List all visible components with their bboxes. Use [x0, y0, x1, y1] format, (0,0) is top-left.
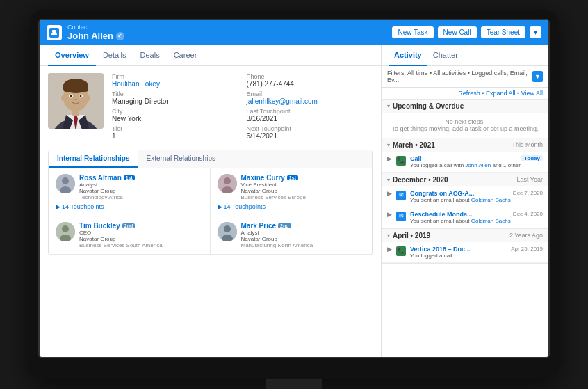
tier-field: Tier 1	[112, 125, 238, 140]
last-touchpoint-field: Last Touchpoint 3/16/2021	[247, 108, 373, 122]
relationships-section: Internal Relationships External Relation…	[48, 150, 373, 255]
tabs: Overview Details Deals Career	[40, 45, 381, 66]
svg-rect-0	[52, 30, 56, 33]
expand-icon: ▶	[387, 155, 392, 168]
list-item[interactable]: ▶ ✉ Reschedule Monda... Dec 4, 2020 You …	[382, 207, 548, 228]
tab-chatter[interactable]: Chatter	[427, 45, 464, 66]
tab-career[interactable]: Career	[167, 45, 204, 66]
info-grid: Firm Houlihan Lokey Phone (781) 277-4744…	[112, 73, 373, 140]
avatar	[48, 73, 104, 129]
verified-icon: ✓	[116, 32, 124, 40]
list-item[interactable]: ▶ ✉ Congrats on ACG-A... Dec 7, 2020 You…	[382, 186, 548, 207]
no-steps-text: No next steps.To get things moving, add …	[382, 113, 548, 138]
touchpoints-link[interactable]: ▶ 14 Touchpoints	[56, 203, 203, 210]
main-content: Overview Details Deals Career	[40, 45, 548, 357]
activity-section-april: ▾ April • 2019 2 Years Ago ▶ 📞 Vertica 2…	[382, 229, 548, 264]
svg-rect-1	[51, 33, 57, 35]
svg-point-17	[86, 95, 90, 101]
list-item[interactable]: ▶ 📞 Vertica 2018 – Doc... Apr 25, 2019 Y…	[382, 242, 548, 263]
top-bar: Contact John Allen ✓ New Task New Call T…	[40, 20, 548, 45]
tab-internal-relationships[interactable]: Internal Relationships	[49, 150, 138, 168]
expand-icon: ▶	[387, 190, 392, 203]
call-icon: 📞	[396, 246, 406, 256]
svg-point-15	[80, 95, 82, 97]
list-item: Ross Altman 1st Analyst Navatar Group Te…	[49, 168, 211, 216]
chevron-icon: ▾	[387, 103, 390, 109]
city-field: City New York	[112, 108, 238, 122]
avatar	[218, 174, 237, 193]
contact-icon	[47, 25, 62, 40]
activity-section-december: ▾ December • 2020 Last Year ▶ ✉ Congrats…	[382, 173, 548, 229]
tab-deals[interactable]: Deals	[133, 45, 167, 66]
chevron-icon: ▾	[387, 177, 390, 183]
section-header-december[interactable]: ▾ December • 2020 Last Year	[382, 173, 548, 186]
overview-content: Firm Houlihan Lokey Phone (781) 277-4744…	[40, 66, 381, 262]
svg-point-14	[70, 95, 72, 97]
call-icon: 📞	[396, 156, 406, 166]
contact-name: John Allen ✓	[67, 31, 124, 41]
expand-icon: ▶	[387, 246, 392, 259]
svg-point-28	[224, 225, 231, 232]
section-header-april[interactable]: ▾ April • 2019 2 Years Ago	[382, 229, 548, 242]
dropdown-button[interactable]: ▾	[530, 26, 541, 38]
avatar	[56, 222, 75, 241]
monitor: Contact John Allen ✓ New Task New Call T…	[30, 10, 558, 379]
activity-list: ▾ Upcoming & Overdue No next steps.To ge…	[382, 100, 548, 357]
avatar	[218, 222, 237, 241]
svg-point-22	[224, 177, 231, 184]
new-task-button[interactable]: New Task	[392, 26, 433, 38]
activity-tabs: Activity Chatter	[382, 45, 548, 66]
relationships-grid: Ross Altman 1st Analyst Navatar Group Te…	[49, 168, 372, 255]
section-header-upcoming[interactable]: ▾ Upcoming & Overdue	[382, 100, 548, 113]
title-field: Title Managing Director	[112, 90, 238, 105]
svg-point-25	[62, 225, 69, 232]
list-item[interactable]: ▶ 📞 Call Today You logged a call with Jo…	[382, 152, 548, 173]
left-panel: Overview Details Deals Career	[40, 45, 382, 357]
chevron-icon: ▾	[387, 142, 390, 148]
avatar	[56, 174, 75, 193]
activity-filters: Filters: All time • All activities • Log…	[382, 66, 548, 88]
tab-details[interactable]: Details	[96, 45, 133, 66]
screen: Contact John Allen ✓ New Task New Call T…	[38, 19, 550, 358]
firm-field: Firm Houlihan Lokey	[112, 73, 238, 88]
list-item: Tim Buckley 2nd CEO Navatar Group Busine…	[49, 216, 211, 255]
list-item: Maxine Curry 1st Vice President Navatar …	[211, 168, 373, 216]
activity-section-march: ▾ March • 2021 This Month ▶ 📞 Call Today	[382, 138, 548, 173]
activity-section-upcoming: ▾ Upcoming & Overdue No next steps.To ge…	[382, 100, 548, 138]
right-panel: Activity Chatter Filters: All time • All…	[382, 45, 548, 357]
monitor-stand	[266, 379, 322, 390]
new-call-button[interactable]: New Call	[438, 26, 477, 38]
filter-links: Refresh • Expand All • View All	[382, 88, 548, 100]
svg-rect-11	[63, 84, 88, 92]
top-bar-right: New Task New Call Tear Sheet ▾	[392, 26, 541, 38]
expand-icon: ▶	[387, 211, 392, 224]
email-field: Email jallenhlkey@gmail.com	[247, 90, 373, 105]
profile-section: Firm Houlihan Lokey Phone (781) 277-4744…	[48, 73, 373, 140]
tab-activity[interactable]: Activity	[389, 45, 427, 66]
top-bar-left: Contact John Allen ✓	[47, 24, 124, 41]
list-item: Mark Price 2nd Analyst Navatar Group Man…	[211, 216, 373, 255]
email-icon: ✉	[396, 191, 406, 200]
phone-field: Phone (781) 277-4744	[247, 73, 373, 88]
tab-external-relationships[interactable]: External Relationships	[138, 150, 224, 168]
touchpoints-link[interactable]: ▶ 14 Touchpoints	[218, 203, 366, 210]
email-icon: ✉	[396, 212, 406, 221]
tear-sheet-button[interactable]: Tear Sheet	[481, 26, 525, 38]
section-header-march[interactable]: ▾ March • 2021 This Month	[382, 138, 548, 152]
contact-type-label: Contact	[67, 24, 124, 31]
next-touchpoint-field: Next Touchpoint 6/14/2021	[247, 125, 373, 140]
chevron-icon: ▾	[387, 232, 390, 239]
relationships-tabs: Internal Relationships External Relation…	[49, 150, 372, 168]
svg-point-19	[62, 177, 69, 184]
svg-point-16	[61, 95, 65, 101]
tab-overview[interactable]: Overview	[48, 45, 96, 66]
filter-icon[interactable]: ▼	[532, 71, 543, 82]
